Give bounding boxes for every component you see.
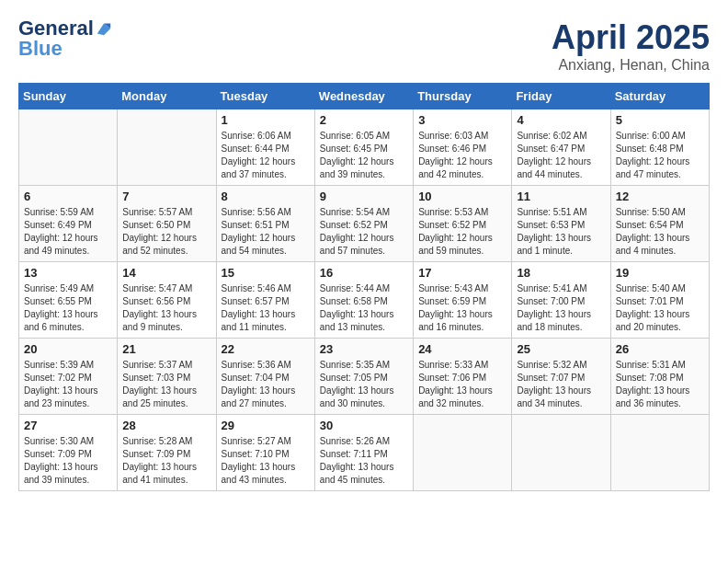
- day-info: Sunrise: 5:35 AMSunset: 7:05 PMDaylight:…: [320, 359, 408, 410]
- col-header-thursday: Thursday: [414, 84, 512, 109]
- day-info: Sunrise: 6:02 AMSunset: 6:47 PMDaylight:…: [517, 130, 605, 181]
- calendar-cell: 27Sunrise: 5:30 AMSunset: 7:09 PMDayligh…: [19, 415, 118, 491]
- calendar-week-1: 1Sunrise: 6:06 AMSunset: 6:44 PMDaylight…: [19, 109, 710, 186]
- calendar-cell: 15Sunrise: 5:46 AMSunset: 6:57 PMDayligh…: [216, 262, 314, 339]
- col-header-saturday: Saturday: [610, 84, 709, 109]
- day-number: 8: [222, 190, 310, 203]
- day-info: Sunrise: 5:49 AMSunset: 6:55 PMDaylight:…: [24, 282, 112, 334]
- calendar-cell: 25Sunrise: 5:32 AMSunset: 7:07 PMDayligh…: [512, 339, 610, 415]
- day-number: 28: [122, 419, 210, 432]
- day-info: Sunrise: 5:36 AMSunset: 7:04 PMDaylight:…: [222, 359, 310, 410]
- day-number: 23: [320, 342, 408, 356]
- calendar-cell: 23Sunrise: 5:35 AMSunset: 7:05 PMDayligh…: [314, 339, 413, 415]
- day-number: 9: [320, 190, 408, 203]
- day-info: Sunrise: 5:43 AMSunset: 6:59 PMDaylight:…: [418, 282, 506, 334]
- day-info: Sunrise: 6:03 AMSunset: 6:46 PMDaylight:…: [418, 130, 506, 181]
- location: Anxiang, Henan, China: [552, 57, 710, 74]
- day-number: 6: [24, 190, 112, 203]
- title-block: April 2025 Anxiang, Henan, China: [552, 18, 710, 74]
- day-info: Sunrise: 5:50 AMSunset: 6:54 PMDaylight:…: [616, 206, 704, 258]
- calendar-cell: 16Sunrise: 5:44 AMSunset: 6:58 PMDayligh…: [314, 262, 413, 339]
- day-info: Sunrise: 5:57 AMSunset: 6:50 PMDaylight:…: [122, 206, 210, 258]
- month-title: April 2025: [552, 18, 710, 57]
- calendar-cell: 21Sunrise: 5:37 AMSunset: 7:03 PMDayligh…: [118, 339, 216, 415]
- calendar-cell: 4Sunrise: 6:02 AMSunset: 6:47 PMDaylight…: [512, 109, 610, 186]
- day-info: Sunrise: 5:41 AMSunset: 7:00 PMDaylight:…: [517, 282, 605, 334]
- calendar-cell: 8Sunrise: 5:56 AMSunset: 6:51 PMDaylight…: [216, 186, 314, 262]
- calendar-cell: 1Sunrise: 6:06 AMSunset: 6:44 PMDaylight…: [216, 109, 314, 186]
- day-info: Sunrise: 5:39 AMSunset: 7:02 PMDaylight:…: [24, 359, 112, 410]
- day-info: Sunrise: 5:51 AMSunset: 6:53 PMDaylight:…: [517, 206, 605, 258]
- page-header: General Blue April 2025 Anxiang, Henan, …: [18, 18, 710, 74]
- calendar-cell: 24Sunrise: 5:33 AMSunset: 7:06 PMDayligh…: [414, 339, 512, 415]
- calendar-cell: 10Sunrise: 5:53 AMSunset: 6:52 PMDayligh…: [414, 186, 512, 262]
- day-number: 21: [122, 342, 210, 356]
- day-number: 24: [418, 342, 506, 356]
- day-info: Sunrise: 5:47 AMSunset: 6:56 PMDaylight:…: [122, 282, 210, 334]
- calendar-week-2: 6Sunrise: 5:59 AMSunset: 6:49 PMDaylight…: [19, 186, 710, 262]
- col-header-sunday: Sunday: [19, 84, 118, 109]
- day-number: 16: [320, 266, 408, 280]
- calendar-cell: 11Sunrise: 5:51 AMSunset: 6:53 PMDayligh…: [512, 186, 610, 262]
- day-number: 2: [320, 113, 408, 127]
- day-number: 27: [24, 419, 112, 432]
- day-number: 3: [418, 113, 506, 127]
- day-info: Sunrise: 5:56 AMSunset: 6:51 PMDaylight:…: [222, 206, 310, 258]
- day-number: 12: [616, 190, 704, 203]
- day-info: Sunrise: 6:05 AMSunset: 6:45 PMDaylight:…: [320, 130, 408, 181]
- calendar-cell: 6Sunrise: 5:59 AMSunset: 6:49 PMDaylight…: [19, 186, 118, 262]
- day-info: Sunrise: 5:28 AMSunset: 7:09 PMDaylight:…: [122, 435, 210, 487]
- calendar-cell: 7Sunrise: 5:57 AMSunset: 6:50 PMDaylight…: [118, 186, 216, 262]
- col-header-monday: Monday: [118, 84, 216, 109]
- day-number: 11: [517, 190, 605, 203]
- calendar-cell: 28Sunrise: 5:28 AMSunset: 7:09 PMDayligh…: [118, 415, 216, 491]
- day-number: 18: [517, 266, 605, 280]
- calendar-week-4: 20Sunrise: 5:39 AMSunset: 7:02 PMDayligh…: [19, 339, 710, 415]
- logo-text: General: [18, 18, 94, 39]
- calendar-cell: 13Sunrise: 5:49 AMSunset: 6:55 PMDayligh…: [19, 262, 118, 339]
- day-info: Sunrise: 5:27 AMSunset: 7:10 PMDaylight:…: [222, 435, 310, 487]
- day-info: Sunrise: 5:33 AMSunset: 7:06 PMDaylight:…: [418, 359, 506, 410]
- day-number: 20: [24, 342, 112, 356]
- day-number: 19: [616, 266, 704, 280]
- calendar-cell: [610, 415, 709, 491]
- day-number: 29: [222, 419, 310, 432]
- calendar-cell: [414, 415, 512, 491]
- calendar-week-3: 13Sunrise: 5:49 AMSunset: 6:55 PMDayligh…: [19, 262, 710, 339]
- day-number: 15: [222, 266, 310, 280]
- calendar-cell: 12Sunrise: 5:50 AMSunset: 6:54 PMDayligh…: [610, 186, 709, 262]
- day-number: 1: [222, 113, 310, 127]
- calendar-cell: 26Sunrise: 5:31 AMSunset: 7:08 PMDayligh…: [610, 339, 709, 415]
- calendar-cell: [512, 415, 610, 491]
- col-header-wednesday: Wednesday: [314, 84, 413, 109]
- day-info: Sunrise: 5:59 AMSunset: 6:49 PMDaylight:…: [24, 206, 112, 258]
- day-number: 22: [222, 342, 310, 356]
- day-info: Sunrise: 5:26 AMSunset: 7:11 PMDaylight:…: [320, 435, 408, 487]
- calendar-cell: 3Sunrise: 6:03 AMSunset: 6:46 PMDaylight…: [414, 109, 512, 186]
- day-number: 26: [616, 342, 704, 356]
- col-header-friday: Friday: [512, 84, 610, 109]
- day-info: Sunrise: 5:32 AMSunset: 7:07 PMDaylight:…: [517, 359, 605, 410]
- day-info: Sunrise: 5:40 AMSunset: 7:01 PMDaylight:…: [616, 282, 704, 334]
- calendar-table: SundayMondayTuesdayWednesdayThursdayFrid…: [18, 83, 710, 491]
- calendar-cell: 2Sunrise: 6:05 AMSunset: 6:45 PMDaylight…: [314, 109, 413, 186]
- calendar-cell: 19Sunrise: 5:40 AMSunset: 7:01 PMDayligh…: [610, 262, 709, 339]
- day-number: 10: [418, 190, 506, 203]
- day-info: Sunrise: 5:30 AMSunset: 7:09 PMDaylight:…: [24, 435, 112, 487]
- logo-blue-text: Blue: [18, 37, 63, 60]
- day-number: 5: [616, 113, 704, 127]
- calendar-cell: 17Sunrise: 5:43 AMSunset: 6:59 PMDayligh…: [414, 262, 512, 339]
- calendar-cell: 18Sunrise: 5:41 AMSunset: 7:00 PMDayligh…: [512, 262, 610, 339]
- day-number: 14: [122, 266, 210, 280]
- day-number: 4: [517, 113, 605, 127]
- day-info: Sunrise: 5:54 AMSunset: 6:52 PMDaylight:…: [320, 206, 408, 258]
- calendar-cell: 20Sunrise: 5:39 AMSunset: 7:02 PMDayligh…: [19, 339, 118, 415]
- day-info: Sunrise: 6:00 AMSunset: 6:48 PMDaylight:…: [616, 130, 704, 181]
- calendar-cell: [118, 109, 216, 186]
- day-info: Sunrise: 5:53 AMSunset: 6:52 PMDaylight:…: [418, 206, 506, 258]
- day-info: Sunrise: 6:06 AMSunset: 6:44 PMDaylight:…: [222, 130, 310, 181]
- day-info: Sunrise: 5:37 AMSunset: 7:03 PMDaylight:…: [122, 359, 210, 410]
- calendar-cell: 9Sunrise: 5:54 AMSunset: 6:52 PMDaylight…: [314, 186, 413, 262]
- logo-icon: [96, 20, 112, 37]
- day-number: 25: [517, 342, 605, 356]
